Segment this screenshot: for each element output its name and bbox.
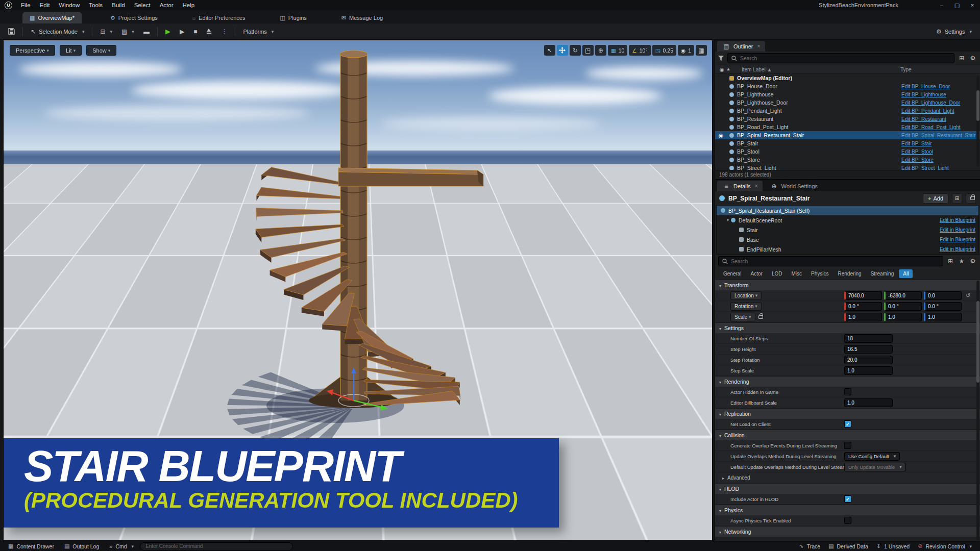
edit-in-blueprint-link[interactable]: Edit in Blueprint xyxy=(940,237,975,242)
scale-y-field[interactable] xyxy=(884,313,922,321)
console-command-box[interactable] xyxy=(140,542,293,550)
add-folder-icon[interactable]: ⊞ xyxy=(958,55,966,62)
select-tool-button[interactable]: ↖ xyxy=(544,45,555,56)
table-row[interactable]: ◉BP_StoolEdit BP_Stool xyxy=(715,147,980,156)
maximize-viewport-button[interactable]: ▦ xyxy=(696,45,707,56)
settings-dropdown[interactable]: ⚙ Settings xyxy=(932,26,976,38)
filter-misc[interactable]: Misc xyxy=(787,269,806,278)
trace-button[interactable]: ∿ Trace xyxy=(795,541,824,551)
translate-tool-button[interactable] xyxy=(557,45,568,56)
include-hlod-checkbox[interactable] xyxy=(844,495,851,503)
edit-blueprint-link[interactable]: Edit BP_Stool xyxy=(901,149,978,155)
edit-blueprint-link[interactable]: Edit BP_Street_Light xyxy=(901,165,978,170)
section-settings[interactable]: Settings xyxy=(715,322,980,333)
filter-lod[interactable]: LOD xyxy=(768,269,787,278)
property-list[interactable]: Transform Location ↺ Rotation xyxy=(715,280,980,541)
edit-blueprint-link[interactable]: Edit BP_Pendant_Light xyxy=(901,108,978,114)
rotate-tool-button[interactable]: ↻ xyxy=(570,45,581,56)
location-z-field[interactable] xyxy=(924,291,962,300)
content-drawer-button[interactable]: ▦ Content Drawer xyxy=(4,541,58,551)
scale-x-field[interactable] xyxy=(844,313,882,321)
filter-icon[interactable] xyxy=(718,56,724,61)
edit-blueprint-link[interactable]: Edit BP_Restaurant xyxy=(901,116,978,122)
tab-details[interactable]: ≡ Details × xyxy=(717,181,763,191)
view-mode-dropdown[interactable]: Lit xyxy=(60,45,82,56)
edit-in-blueprint-link[interactable]: Edit in Blueprint xyxy=(940,217,975,223)
location-dropdown[interactable]: Location xyxy=(730,291,762,300)
reset-to-default-icon[interactable]: ↺ xyxy=(966,292,970,299)
outliner-list[interactable]: OverviewMap (Editor) ◉BP_House_DoorEdit … xyxy=(715,74,980,170)
section-physics[interactable]: Physics xyxy=(715,505,980,515)
save-button[interactable] xyxy=(4,26,19,38)
scale-dropdown[interactable]: Scale xyxy=(730,313,755,321)
rotation-z-field[interactable] xyxy=(924,302,962,311)
edit-in-blueprint-link[interactable]: Edit in Blueprint xyxy=(940,246,975,252)
play-options-button[interactable]: ⋮ xyxy=(217,26,231,38)
edit-blueprint-link[interactable]: Edit BP_Road_Post_Light xyxy=(901,124,978,130)
section-transform[interactable]: Transform xyxy=(715,280,980,290)
platforms-dropdown[interactable]: Platforms xyxy=(239,26,278,38)
play-button[interactable]: ▶ xyxy=(161,26,175,38)
project-settings-button[interactable]: ⚙ Project Settings xyxy=(104,12,164,23)
rotation-dropdown[interactable]: Rotation xyxy=(730,302,762,311)
tab-world-settings[interactable]: ⊕ World Settings xyxy=(765,181,822,191)
rotation-y-field[interactable] xyxy=(884,302,922,311)
component-row[interactable]: Base Edit in Blueprint xyxy=(717,235,978,244)
show-dropdown[interactable]: Show xyxy=(86,45,116,56)
table-row[interactable]: ◉BP_Road_Post_LightEdit BP_Road_Post_Lig… xyxy=(715,123,980,131)
table-row[interactable]: ◉BP_StairEdit BP_Stair xyxy=(715,139,980,147)
plugins-button[interactable]: ◫ Plugins xyxy=(274,12,312,23)
edit-blueprint-link[interactable]: Edit BP_Stair xyxy=(901,141,978,146)
filter-streaming[interactable]: Streaming xyxy=(867,269,898,278)
close-button[interactable]: × xyxy=(965,0,980,10)
table-row[interactable]: ◉BP_StoreEdit BP_Store xyxy=(715,156,980,164)
component-row[interactable]: ▾ DefaultSceneRoot Edit in Blueprint xyxy=(717,215,978,225)
section-hlod[interactable]: HLOD xyxy=(715,483,980,494)
component-row-self[interactable]: BP_Spiral_Restaurant_Stair (Self) xyxy=(717,206,978,215)
menu-edit[interactable]: Edit xyxy=(35,0,55,10)
message-log-button[interactable]: ✉ Message Log xyxy=(335,12,389,23)
outliner-scrollbar[interactable] xyxy=(976,76,979,167)
editor-preferences-button[interactable]: ≡ Editor Preferences xyxy=(186,12,252,23)
add-actor-button[interactable]: ⊞ xyxy=(96,26,116,38)
lock-icon[interactable] xyxy=(966,193,976,204)
tab-outliner[interactable]: ▤ Outliner × xyxy=(717,41,765,52)
grid-snap-control[interactable]: ▦ 10 xyxy=(608,45,628,56)
outliner-settings-icon[interactable]: ⚙ xyxy=(969,55,977,62)
derived-data-button[interactable]: ▤ Derived Data xyxy=(824,541,872,551)
minimize-button[interactable]: – xyxy=(934,0,949,10)
step-scale-input[interactable] xyxy=(844,366,893,375)
expand-sections-icon[interactable]: ⊞ xyxy=(946,258,954,265)
details-scrollbar[interactable] xyxy=(976,281,979,540)
console-command-input[interactable] xyxy=(145,543,287,549)
filter-rendering[interactable]: Rendering xyxy=(834,269,866,278)
eject-button[interactable] xyxy=(202,26,216,38)
location-x-field[interactable] xyxy=(844,291,882,300)
component-row[interactable]: Stair Edit in Blueprint xyxy=(717,225,978,235)
camera-speed-control[interactable]: ◉ 1 xyxy=(678,45,694,56)
details-search[interactable] xyxy=(718,256,943,266)
component-row[interactable]: EndPillarMesh Edit in Blueprint xyxy=(717,244,978,254)
selection-mode-dropdown[interactable]: ↖ Selection Mode xyxy=(27,26,88,38)
scale-snap-control[interactable]: ◳ 0.25 xyxy=(652,45,676,56)
table-row[interactable]: ◉BP_LighthouseEdit BP_Lighthouse xyxy=(715,90,980,98)
edit-in-blueprint-link[interactable]: Edit in Blueprint xyxy=(940,227,975,233)
section-networking[interactable]: Networking xyxy=(715,526,980,537)
level-viewport[interactable]: Perspective Lit Show ↖ ↻ ◳ ⊕ ▦ 10 ∠ 10° … xyxy=(3,40,713,541)
eye-icon[interactable]: ◉ xyxy=(717,132,724,138)
edit-blueprint-link[interactable]: Edit BP_Lighthouse xyxy=(901,92,978,97)
rotation-x-field[interactable] xyxy=(844,302,882,311)
async-physics-checkbox[interactable] xyxy=(844,517,851,524)
actor-hidden-checkbox[interactable] xyxy=(844,388,851,395)
favorites-icon[interactable]: ★ xyxy=(958,258,966,265)
unreal-logo-icon[interactable]: U xyxy=(5,2,12,9)
menu-tools[interactable]: Tools xyxy=(84,0,107,10)
billboard-scale-input[interactable] xyxy=(844,398,893,407)
section-rendering[interactable]: Rendering xyxy=(715,376,980,387)
menu-window[interactable]: Window xyxy=(54,0,84,10)
frame-skip-button[interactable]: ▶ xyxy=(176,26,188,38)
browse-icon[interactable]: ⊞ xyxy=(952,193,962,204)
world-space-button[interactable]: ⊕ xyxy=(595,45,606,56)
menu-actor[interactable]: Actor xyxy=(155,0,178,10)
outliner-search[interactable] xyxy=(727,53,954,63)
